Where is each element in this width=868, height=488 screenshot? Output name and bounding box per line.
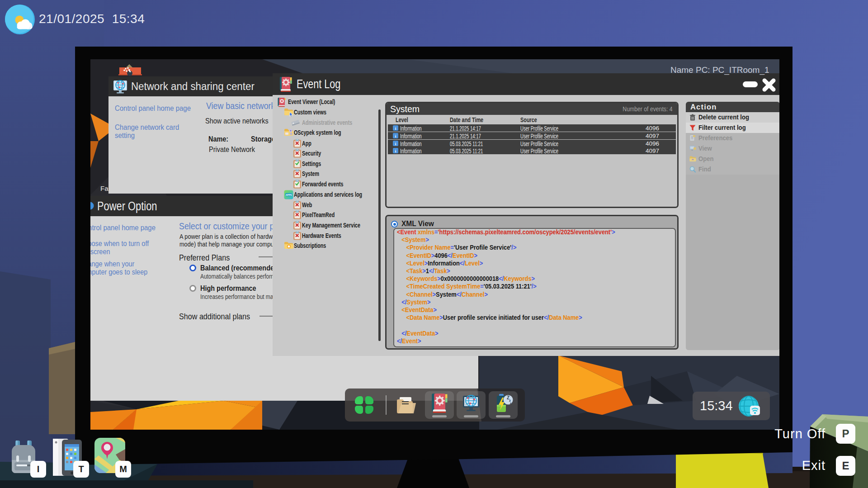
- svg-text:z: z: [510, 402, 511, 404]
- svg-text:APPS: APPS: [286, 194, 292, 196]
